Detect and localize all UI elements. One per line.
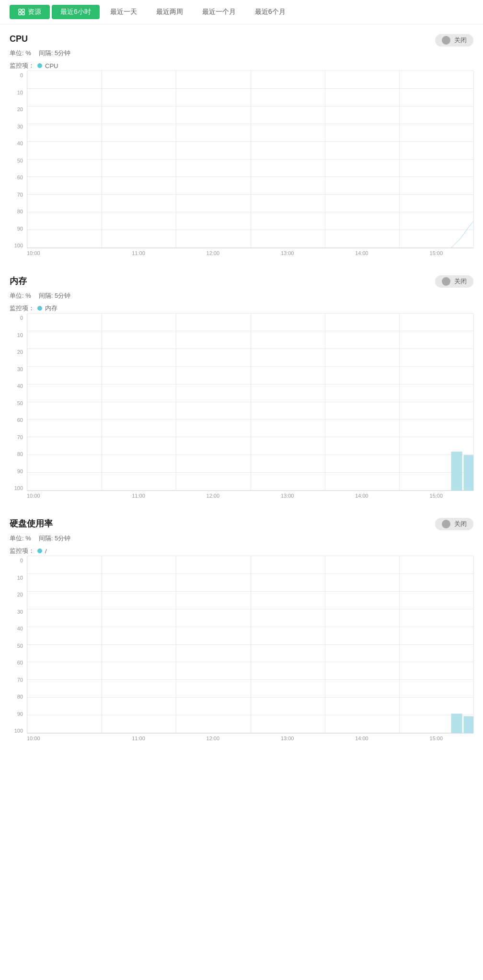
memory-chart-area [27, 314, 473, 491]
cpu-toggle-button[interactable]: 关闭 [435, 34, 473, 47]
disk-toggle-label: 关闭 [454, 520, 467, 528]
disk-chart-title: 硬盘使用率 [10, 518, 70, 529]
svg-rect-0 [19, 9, 21, 12]
disk-chart-svg [27, 556, 473, 733]
disk-chart-meta: 单位: % 间隔: 5分钟 [10, 534, 70, 543]
memory-toggle-label: 关闭 [454, 277, 467, 286]
cpu-x-tick-1300: 13:00 [250, 250, 324, 256]
resource-icon [18, 9, 25, 15]
disk-y-axis: 100 90 80 70 60 50 40 30 20 10 0 [10, 556, 27, 734]
time-tab-6m[interactable]: 最近6个月 [246, 5, 294, 19]
y-tick-100: 100 [14, 243, 23, 248]
disk-chart-container: 100 90 80 70 60 50 40 30 20 10 0 [10, 556, 473, 734]
disk-chart-area [27, 556, 473, 734]
disk-left-info: 硬盘使用率 单位: % 间隔: 5分钟 监控项： / [10, 518, 70, 555]
cpu-dot-indicator [37, 63, 42, 68]
cpu-interval-label: 间隔: 5分钟 [39, 49, 70, 58]
cpu-chart-svg [27, 71, 473, 248]
disk-x-axis: 10:00 11:00 12:00 13:00 14:00 15:00 [27, 735, 473, 741]
svg-rect-5 [464, 455, 473, 490]
memory-dot-indicator [37, 306, 42, 311]
cpu-toggle-circle [442, 36, 450, 45]
cpu-chart-section: CPU 单位: % 间隔: 5分钟 监控项： CPU 关闭 100 [10, 34, 473, 256]
cpu-monitor-item: 监控项： CPU [10, 61, 70, 70]
y-tick-40: 40 [17, 141, 23, 146]
y-tick-90: 90 [17, 226, 23, 232]
memory-monitor-label: 监控项： [10, 304, 34, 313]
memory-chart-meta: 单位: % 间隔: 5分钟 [10, 292, 70, 300]
memory-chart-section: 内存 单位: % 间隔: 5分钟 监控项： 内存 关闭 100 [10, 275, 473, 499]
memory-toggle-circle [442, 277, 450, 286]
cpu-monitor-label: 监控项： [10, 61, 34, 70]
memory-chart-container: 100 90 80 70 60 50 40 30 20 10 0 [10, 314, 473, 491]
y-tick-10: 10 [17, 90, 23, 95]
resource-tab-label: 资源 [28, 8, 41, 16]
memory-monitor-value: 内存 [45, 304, 58, 313]
svg-rect-2 [19, 12, 21, 15]
memory-y-axis: 100 90 80 70 60 50 40 30 20 10 0 [10, 314, 27, 491]
time-tab-2w[interactable]: 最近两周 [148, 5, 192, 19]
svg-rect-7 [464, 716, 473, 733]
memory-unit-label: 单位: % [10, 292, 31, 300]
time-tab-1d[interactable]: 最近一天 [102, 5, 146, 19]
svg-rect-1 [22, 9, 24, 12]
cpu-chart-title: CPU [10, 34, 70, 44]
cpu-unit-label: 单位: % [10, 49, 31, 58]
y-tick-60: 60 [17, 175, 23, 180]
cpu-monitor-value: CPU [45, 62, 58, 70]
disk-toggle-button[interactable]: 关闭 [435, 518, 473, 530]
cpu-chart-container: 100 90 80 70 60 50 40 30 20 10 0 [10, 71, 473, 248]
time-tab-1m[interactable]: 最近一个月 [194, 5, 244, 19]
cpu-toggle-label: 关闭 [454, 36, 467, 45]
disk-toggle-circle [442, 520, 450, 528]
disk-monitor-item: 监控项： / [10, 547, 70, 555]
cpu-x-axis: 10:00 11:00 12:00 13:00 14:00 15:00 [27, 250, 473, 256]
y-tick-50: 50 [17, 158, 23, 163]
cpu-x-tick-1400: 14:00 [324, 250, 399, 256]
disk-dot-indicator [37, 548, 42, 553]
cpu-left-info: CPU 单位: % 间隔: 5分钟 监控项： CPU [10, 34, 70, 70]
svg-rect-6 [451, 713, 462, 733]
y-tick-80: 80 [17, 209, 23, 214]
cpu-chart-meta: 单位: % 间隔: 5分钟 [10, 49, 70, 58]
memory-chart-title: 内存 [10, 275, 70, 287]
y-tick-0: 0 [20, 73, 23, 78]
disk-chart-section: 硬盘使用率 单位: % 间隔: 5分钟 监控项： / 关闭 100 [10, 518, 473, 741]
disk-unit-label: 单位: % [10, 534, 31, 543]
cpu-chart-area [27, 71, 473, 248]
memory-x-axis: 10:00 11:00 12:00 13:00 14:00 15:00 [27, 493, 473, 499]
memory-toggle-button[interactable]: 关闭 [435, 275, 473, 288]
disk-monitor-value: / [45, 548, 47, 555]
cpu-x-tick-1100: 11:00 [101, 250, 175, 256]
cpu-x-tick-1000: 10:00 [27, 250, 101, 256]
main-content: CPU 单位: % 间隔: 5分钟 监控项： CPU 关闭 100 [0, 24, 483, 770]
y-tick-70: 70 [17, 192, 23, 198]
disk-interval-label: 间隔: 5分钟 [39, 534, 70, 543]
cpu-chart-header: CPU 单位: % 间隔: 5分钟 监控项： CPU 关闭 [10, 34, 473, 70]
resource-tab-button[interactable]: 资源 [10, 5, 50, 19]
memory-left-info: 内存 单位: % 间隔: 5分钟 监控项： 内存 [10, 275, 70, 313]
disk-chart-header: 硬盘使用率 单位: % 间隔: 5分钟 监控项： / 关闭 [10, 518, 473, 555]
time-tab-6h[interactable]: 最近6小时 [52, 5, 100, 19]
cpu-x-tick-1500: 15:00 [399, 250, 473, 256]
y-tick-30: 30 [17, 124, 23, 129]
y-tick-20: 20 [17, 107, 23, 112]
memory-interval-label: 间隔: 5分钟 [39, 292, 70, 300]
memory-monitor-item: 监控项： 内存 [10, 304, 70, 313]
cpu-x-tick-1200: 12:00 [176, 250, 250, 256]
top-navigation: 资源 最近6小时 最近一天 最近两周 最近一个月 最近6个月 [0, 0, 483, 24]
svg-rect-3 [22, 12, 24, 15]
svg-rect-4 [451, 452, 462, 490]
cpu-y-axis: 100 90 80 70 60 50 40 30 20 10 0 [10, 71, 27, 248]
memory-chart-svg [27, 314, 473, 490]
disk-monitor-label: 监控项： [10, 547, 34, 555]
memory-chart-header: 内存 单位: % 间隔: 5分钟 监控项： 内存 关闭 [10, 275, 473, 313]
